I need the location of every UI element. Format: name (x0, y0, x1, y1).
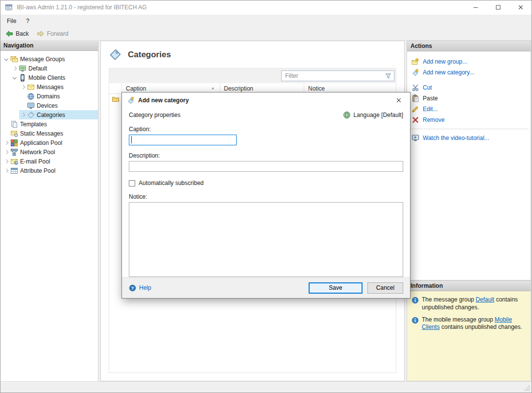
tree-item-network-pool[interactable]: Network Pool (2, 147, 98, 157)
action-label: Edit... (423, 106, 438, 113)
tree-item-label: Attribute Pool (20, 167, 58, 174)
information-item: The message group Default contains unpub… (408, 294, 530, 314)
chevron-right-icon[interactable] (2, 158, 10, 165)
action-paste[interactable]: Paste (407, 93, 531, 104)
paste-icon (411, 94, 419, 102)
chevron-right-icon[interactable] (11, 65, 18, 72)
tree-item-attribute-pool[interactable]: Attribute Pool (2, 166, 98, 175)
description-label: Description: (129, 152, 403, 159)
folder-icon (112, 95, 120, 103)
auto-subscribe-checkbox[interactable] (129, 180, 135, 186)
tree-item-label: Application Pool (20, 139, 65, 146)
chevron-right-icon[interactable] (2, 139, 10, 146)
status-bar (0, 381, 532, 393)
default-group-icon (19, 65, 26, 72)
action-edit[interactable]: Edit... (407, 104, 531, 115)
actions-panel: Actions Add new group...Add new category… (407, 41, 531, 280)
filter-input[interactable] (285, 72, 383, 79)
dialog-body: Category properties Language [Default] C… (122, 108, 410, 277)
chevron-down-icon[interactable] (11, 74, 18, 81)
save-button[interactable]: Save (309, 282, 363, 294)
filter-box (281, 70, 394, 81)
back-button[interactable]: Back (2, 28, 32, 39)
tree-item-devices[interactable]: Devices (19, 101, 98, 110)
forward-button[interactable]: Forward (33, 28, 72, 39)
page-title: Categories (128, 50, 171, 60)
chevron-right-icon[interactable] (19, 111, 26, 118)
tree-item-static-messages[interactable]: Static Messages (2, 129, 98, 138)
notice-label: Notice: (129, 193, 403, 200)
dialog-close-button[interactable] (392, 92, 405, 108)
domains-icon (27, 92, 35, 100)
action-cut[interactable]: Cut (407, 82, 531, 93)
tree-item-mobile-clients[interactable]: Mobile Clients (11, 73, 98, 82)
chevron-right-icon[interactable] (19, 83, 26, 91)
tree-item-categories[interactable]: Categories (19, 110, 98, 119)
information-link-default[interactable]: Default (476, 296, 494, 303)
chevron-right-icon[interactable] (2, 148, 10, 156)
actions-separator (409, 129, 529, 129)
action-watch-the-video-tutorial[interactable]: Watch the video-tutorial... (407, 133, 531, 143)
edit-icon (411, 105, 419, 113)
tree-item-label: Default (28, 65, 50, 72)
sort-ascending-icon (210, 86, 216, 91)
svg-text:?: ? (131, 285, 134, 290)
tree-item-messages[interactable]: Messages (19, 82, 98, 92)
icon-column-header[interactable] (109, 83, 122, 93)
resize-grip[interactable] (523, 384, 531, 392)
forward-label: Forward (47, 30, 69, 37)
tree-item-label: Static Messages (20, 130, 66, 137)
tree-item-application-pool[interactable]: Application Pool (2, 138, 98, 147)
tree-item-e-mail-pool[interactable]: E-mail Pool (2, 157, 98, 166)
message-groups-icon (10, 55, 18, 63)
navigation-tree: Message GroupsDefaultMobile ClientsMessa… (0, 51, 98, 175)
information-list: The message group Default contains unpub… (407, 291, 531, 336)
caption-field[interactable] (129, 135, 237, 145)
actions-header: Actions (407, 41, 531, 51)
tree-item-message-groups[interactable]: Message Groups (2, 54, 98, 64)
information-item: The mobile message group Mobile Clients … (408, 314, 530, 334)
add-category-icon (127, 96, 135, 104)
action-add-new-category[interactable]: Add new category... (407, 67, 531, 78)
tree-item-default[interactable]: Default (11, 64, 98, 73)
information-link-mobile-clients[interactable]: Mobile Clients (422, 316, 512, 331)
help-label: Help (139, 284, 151, 291)
add-new-category-dialog: Add new category Category properties Lan… (121, 92, 411, 299)
app-icon (5, 3, 13, 11)
video-icon (411, 134, 419, 142)
information-panel: Information The message group Default co… (407, 280, 531, 381)
menu-item-help[interactable]: ? (21, 16, 34, 26)
categories-icon (27, 111, 35, 119)
maximize-button[interactable] (487, 0, 509, 15)
tree-item-label: Templates (20, 121, 50, 128)
close-button[interactable] (509, 0, 532, 15)
action-add-new-group[interactable]: Add new group... (407, 56, 531, 67)
attribute-pool-icon (10, 167, 18, 175)
minimize-button[interactable] (464, 0, 487, 15)
add-group-icon (411, 58, 419, 66)
devices-icon (27, 102, 35, 110)
help-link[interactable]: ? Help (129, 284, 151, 292)
description-field[interactable] (129, 161, 403, 172)
menu-item-file[interactable]: File (2, 16, 21, 26)
caption-field-wrap (129, 135, 237, 145)
auto-subscribe-label: Automatically subscribed (139, 180, 204, 186)
tool-bar: Back Forward (0, 27, 532, 41)
tree-item-label: Message Groups (20, 56, 68, 63)
notice-field[interactable] (129, 202, 403, 277)
tree-item-domains[interactable]: Domains (19, 92, 98, 101)
chevron-right-icon[interactable] (2, 167, 10, 174)
action-remove[interactable]: Remove (407, 115, 531, 125)
tree-item-label: Messages (37, 84, 67, 91)
tree-item-templates[interactable]: Templates (2, 119, 98, 129)
navigation-panel: Navigation Message GroupsDefaultMobile C… (0, 41, 98, 381)
network-pool-icon (10, 148, 18, 156)
cancel-button[interactable]: Cancel (367, 282, 403, 294)
content-header: Categories (101, 41, 404, 68)
dialog-title: Add new category (138, 97, 189, 104)
language-selector[interactable]: Language [Default] (343, 111, 403, 119)
tree-item-label: E-mail Pool (20, 158, 53, 165)
chevron-down-icon[interactable] (2, 55, 10, 63)
tree-item-label: Devices (37, 102, 61, 109)
cut-icon (411, 84, 419, 92)
